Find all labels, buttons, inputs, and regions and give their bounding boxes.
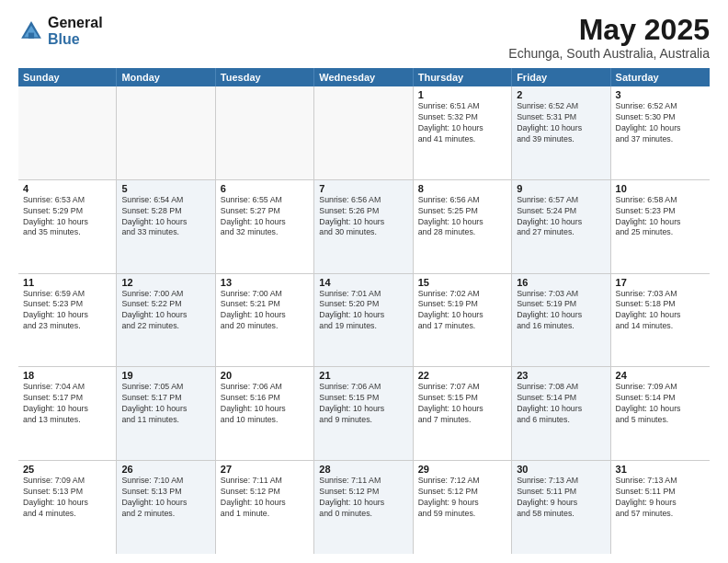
- cell-info: Sunrise: 6:57 AM Sunset: 5:24 PM Dayligh…: [517, 195, 605, 239]
- calendar-row-4: 25Sunrise: 7:09 AM Sunset: 5:13 PM Dayli…: [18, 461, 710, 554]
- day-number: 31: [616, 464, 705, 475]
- cell-info: Sunrise: 6:52 AM Sunset: 5:30 PM Dayligh…: [616, 101, 705, 145]
- day-cell-18: 18Sunrise: 7:04 AM Sunset: 5:17 PM Dayli…: [18, 367, 117, 460]
- day-cell-3: 3Sunrise: 6:52 AM Sunset: 5:30 PM Daylig…: [611, 86, 710, 179]
- day-cell-24: 24Sunrise: 7:09 AM Sunset: 5:14 PM Dayli…: [611, 367, 710, 460]
- day-cell-12: 12Sunrise: 7:00 AM Sunset: 5:22 PM Dayli…: [117, 274, 215, 367]
- day-cell-22: 22Sunrise: 7:07 AM Sunset: 5:15 PM Dayli…: [414, 367, 512, 460]
- logo-general-text: General: [48, 15, 103, 31]
- cell-info: Sunrise: 7:05 AM Sunset: 5:17 PM Dayligh…: [121, 382, 210, 426]
- day-number: 20: [221, 370, 309, 381]
- cell-info: Sunrise: 7:03 AM Sunset: 5:18 PM Dayligh…: [616, 289, 705, 333]
- day-number: 16: [517, 277, 605, 288]
- day-cell-31: 31Sunrise: 7:13 AM Sunset: 5:11 PM Dayli…: [611, 461, 710, 554]
- day-number: 6: [221, 183, 309, 194]
- cell-info: Sunrise: 6:55 AM Sunset: 5:27 PM Dayligh…: [221, 195, 309, 239]
- day-number: 23: [517, 370, 605, 381]
- day-cell-29: 29Sunrise: 7:12 AM Sunset: 5:12 PM Dayli…: [414, 461, 512, 554]
- day-number: 5: [121, 183, 210, 194]
- day-number: 19: [121, 370, 210, 381]
- day-cell-25: 25Sunrise: 7:09 AM Sunset: 5:13 PM Dayli…: [18, 461, 117, 554]
- logo-blue-text: Blue: [48, 31, 103, 48]
- empty-cell: [18, 86, 117, 179]
- day-cell-17: 17Sunrise: 7:03 AM Sunset: 5:18 PM Dayli…: [611, 274, 710, 367]
- location-title: Echunga, South Australia, Australia: [508, 46, 710, 61]
- logo-text: General Blue: [48, 15, 103, 47]
- logo-icon: [18, 18, 44, 44]
- day-number: 30: [517, 464, 605, 475]
- day-cell-13: 13Sunrise: 7:00 AM Sunset: 5:21 PM Dayli…: [216, 274, 314, 367]
- cell-info: Sunrise: 7:11 AM Sunset: 5:12 PM Dayligh…: [221, 476, 309, 520]
- day-number: 13: [221, 277, 309, 288]
- day-number: 17: [616, 277, 705, 288]
- day-number: 3: [616, 89, 705, 100]
- cell-info: Sunrise: 7:03 AM Sunset: 5:19 PM Dayligh…: [517, 289, 605, 333]
- cell-info: Sunrise: 6:58 AM Sunset: 5:23 PM Dayligh…: [616, 195, 705, 239]
- logo: General Blue: [18, 15, 103, 47]
- header-day-thursday: Thursday: [414, 68, 512, 86]
- calendar-row-3: 18Sunrise: 7:04 AM Sunset: 5:17 PM Dayli…: [18, 367, 710, 461]
- day-cell-6: 6Sunrise: 6:55 AM Sunset: 5:27 PM Daylig…: [216, 180, 314, 273]
- day-number: 29: [418, 464, 506, 475]
- cell-info: Sunrise: 7:02 AM Sunset: 5:19 PM Dayligh…: [418, 289, 506, 333]
- day-number: 1: [418, 89, 506, 100]
- day-number: 21: [319, 370, 407, 381]
- calendar-row-1: 4Sunrise: 6:53 AM Sunset: 5:29 PM Daylig…: [18, 180, 710, 274]
- cell-info: Sunrise: 7:07 AM Sunset: 5:15 PM Dayligh…: [418, 382, 506, 426]
- day-number: 10: [616, 183, 705, 194]
- day-number: 15: [418, 277, 506, 288]
- empty-cell: [117, 86, 215, 179]
- svg-rect-2: [28, 32, 34, 38]
- header-day-wednesday: Wednesday: [314, 68, 413, 86]
- day-cell-28: 28Sunrise: 7:11 AM Sunset: 5:12 PM Dayli…: [314, 461, 413, 554]
- day-number: 8: [418, 183, 506, 194]
- day-number: 7: [319, 183, 407, 194]
- day-number: 9: [517, 183, 605, 194]
- day-cell-30: 30Sunrise: 7:13 AM Sunset: 5:11 PM Dayli…: [512, 461, 610, 554]
- cell-info: Sunrise: 7:12 AM Sunset: 5:12 PM Dayligh…: [418, 476, 506, 520]
- header-day-friday: Friday: [512, 68, 610, 86]
- calendar-row-2: 11Sunrise: 6:59 AM Sunset: 5:23 PM Dayli…: [18, 274, 710, 368]
- cell-info: Sunrise: 7:00 AM Sunset: 5:22 PM Dayligh…: [121, 289, 210, 333]
- day-cell-14: 14Sunrise: 7:01 AM Sunset: 5:20 PM Dayli…: [314, 274, 413, 367]
- cell-info: Sunrise: 7:09 AM Sunset: 5:13 PM Dayligh…: [23, 476, 111, 520]
- header-day-saturday: Saturday: [611, 68, 710, 86]
- calendar-header: SundayMondayTuesdayWednesdayThursdayFrid…: [18, 68, 710, 86]
- cell-info: Sunrise: 7:06 AM Sunset: 5:16 PM Dayligh…: [221, 382, 309, 426]
- empty-cell: [216, 86, 314, 179]
- cell-info: Sunrise: 7:10 AM Sunset: 5:13 PM Dayligh…: [121, 476, 210, 520]
- day-cell-26: 26Sunrise: 7:10 AM Sunset: 5:13 PM Dayli…: [117, 461, 215, 554]
- cell-info: Sunrise: 7:08 AM Sunset: 5:14 PM Dayligh…: [517, 382, 605, 426]
- day-number: 14: [319, 277, 407, 288]
- cell-info: Sunrise: 7:13 AM Sunset: 5:11 PM Dayligh…: [616, 476, 705, 520]
- day-cell-10: 10Sunrise: 6:58 AM Sunset: 5:23 PM Dayli…: [611, 180, 710, 273]
- day-cell-27: 27Sunrise: 7:11 AM Sunset: 5:12 PM Dayli…: [216, 461, 314, 554]
- page: General Blue May 2025 Echunga, South Aus…: [0, 0, 728, 563]
- cell-info: Sunrise: 6:53 AM Sunset: 5:29 PM Dayligh…: [23, 195, 111, 239]
- header-day-sunday: Sunday: [18, 68, 117, 86]
- calendar: SundayMondayTuesdayWednesdayThursdayFrid…: [18, 68, 710, 554]
- day-cell-20: 20Sunrise: 7:06 AM Sunset: 5:16 PM Dayli…: [216, 367, 314, 460]
- day-number: 27: [221, 464, 309, 475]
- cell-info: Sunrise: 7:11 AM Sunset: 5:12 PM Dayligh…: [319, 476, 407, 520]
- day-number: 2: [517, 89, 605, 100]
- day-cell-23: 23Sunrise: 7:08 AM Sunset: 5:14 PM Dayli…: [512, 367, 610, 460]
- month-title: May 2025: [508, 15, 710, 44]
- day-number: 18: [23, 370, 111, 381]
- day-cell-15: 15Sunrise: 7:02 AM Sunset: 5:19 PM Dayli…: [414, 274, 512, 367]
- day-number: 12: [121, 277, 210, 288]
- header-day-tuesday: Tuesday: [216, 68, 314, 86]
- calendar-row-0: 1Sunrise: 6:51 AM Sunset: 5:32 PM Daylig…: [18, 86, 710, 180]
- title-block: May 2025 Echunga, South Australia, Austr…: [508, 15, 710, 61]
- cell-info: Sunrise: 7:01 AM Sunset: 5:20 PM Dayligh…: [319, 289, 407, 333]
- day-number: 22: [418, 370, 506, 381]
- day-cell-1: 1Sunrise: 6:51 AM Sunset: 5:32 PM Daylig…: [414, 86, 512, 179]
- cell-info: Sunrise: 7:00 AM Sunset: 5:21 PM Dayligh…: [221, 289, 309, 333]
- cell-info: Sunrise: 6:51 AM Sunset: 5:32 PM Dayligh…: [418, 101, 506, 145]
- header: General Blue May 2025 Echunga, South Aus…: [18, 15, 710, 61]
- day-cell-8: 8Sunrise: 6:56 AM Sunset: 5:25 PM Daylig…: [414, 180, 512, 273]
- cell-info: Sunrise: 7:13 AM Sunset: 5:11 PM Dayligh…: [517, 476, 605, 520]
- cell-info: Sunrise: 6:54 AM Sunset: 5:28 PM Dayligh…: [121, 195, 210, 239]
- empty-cell: [314, 86, 413, 179]
- cell-info: Sunrise: 7:04 AM Sunset: 5:17 PM Dayligh…: [23, 382, 111, 426]
